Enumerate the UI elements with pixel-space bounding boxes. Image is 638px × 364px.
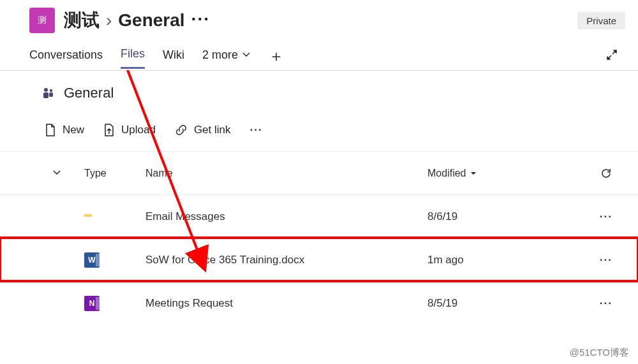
file-modified: 8/6/19 [427,210,574,223]
upload-label: Upload [121,124,156,136]
file-modified: 8/5/19 [427,297,574,310]
add-tab-button[interactable]: ＋ [269,46,284,70]
breadcrumb: 测试 › General ··· [64,8,210,33]
file-name[interactable]: SoW for Office 365 Training.docx [145,254,427,266]
team-avatar[interactable]: 测 [29,8,55,33]
row-more-button[interactable]: ··· [600,254,612,266]
file-type-icon: N [84,296,145,311]
breadcrumb-separator: › [106,10,112,31]
chevron-down-icon [51,166,63,178]
tab-conversations[interactable]: Conversations [29,48,103,68]
new-button[interactable]: New [45,123,84,137]
files-toolbar: New Upload Get link ··· [0,106,638,151]
table-row[interactable]: W SoW for Office 365 Training.docx 1m ag… [0,238,638,281]
watermark: @51CTO博客 [570,347,629,359]
table-row[interactable]: Email Messages 8/6/19 ··· [0,194,638,238]
word-icon: W [84,252,100,268]
toolbar-more-button[interactable]: ··· [250,124,263,136]
row-more-button[interactable]: ··· [600,297,612,310]
refresh-icon [600,167,612,180]
tab-more[interactable]: 2 more [202,48,251,68]
upload-icon [103,123,115,137]
column-name[interactable]: Name [145,168,427,179]
teams-icon [41,85,56,101]
new-label: New [63,124,84,136]
select-all-toggle[interactable] [51,166,84,180]
breadcrumb-channel[interactable]: General [118,10,184,31]
refresh-button[interactable] [574,167,612,180]
privacy-badge: Private [577,12,625,29]
team-avatar-text: 测 [38,15,47,26]
files-table-header: Type Name Modified [0,151,638,194]
svg-rect-2 [43,92,48,98]
get-link-label: Get link [194,124,231,136]
expand-tab-icon[interactable] [605,48,625,69]
file-type-icon: W [84,252,145,268]
file-name[interactable]: Meetings Request [145,297,427,310]
column-modified-label: Modified [427,168,466,179]
channel-title-row: General [0,71,638,106]
file-modified: 1m ago [427,254,574,266]
expand-icon [605,48,619,62]
chevron-down-icon [242,50,251,59]
column-modified[interactable]: Modified [427,168,574,179]
page-header: 测 测试 › General ··· Private [0,0,638,41]
sort-desc-icon [470,170,477,177]
get-link-button[interactable]: Get link [175,124,231,136]
channel-tabs: Conversations Files Wiki 2 more ＋ [0,41,638,71]
onenote-icon: N [84,296,100,311]
breadcrumb-team[interactable]: 测试 [64,8,100,33]
channel-title: General [64,85,114,101]
svg-point-0 [44,88,48,92]
link-icon [175,124,188,136]
svg-point-1 [50,89,52,92]
breadcrumb-more-icon[interactable]: ··· [191,9,210,32]
tab-more-label: 2 more [202,48,238,62]
row-more-button[interactable]: ··· [600,210,612,223]
table-row[interactable]: N Meetings Request 8/5/19 ··· [0,281,638,324]
tab-files[interactable]: Files [121,47,145,69]
file-name[interactable]: Email Messages [145,210,427,223]
upload-button[interactable]: Upload [103,123,156,137]
svg-rect-3 [49,92,53,97]
column-type[interactable]: Type [84,168,145,179]
privacy-label: Private [586,15,616,26]
tab-wiki[interactable]: Wiki [163,48,184,68]
new-file-icon [45,123,56,137]
